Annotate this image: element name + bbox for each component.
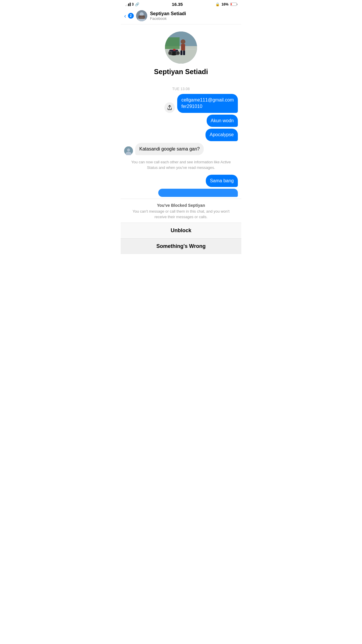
avatar-svg: [136, 10, 147, 21]
partial-message: [158, 189, 238, 197]
message-row: cellgame111@gmail.comfer291010: [124, 94, 238, 113]
svg-rect-7: [165, 37, 180, 49]
unblock-button[interactable]: Unblock: [121, 223, 241, 238]
chat-header: ‹ 2 Septiyan Setiadi Facebook: [121, 8, 241, 24]
partial-message-text: [162, 192, 164, 197]
carrier-number: 3: [132, 2, 134, 6]
svg-point-18: [127, 148, 130, 151]
svg-point-8: [181, 39, 185, 44]
battery-icon: [230, 3, 237, 6]
header-contact-info: Septiyan Setiadi Facebook: [150, 11, 238, 21]
battery-percent: 16%: [222, 2, 229, 6]
svg-point-14: [168, 51, 172, 55]
profile-avatar-svg: [165, 32, 197, 64]
svg-rect-16: [173, 49, 175, 50]
message-bubble: cellgame111@gmail.comfer291010: [177, 94, 238, 113]
message-bubble: Sama bang: [206, 175, 238, 187]
profile-section: Septiyan Setiadi: [121, 24, 241, 84]
status-bar: 3 🔗 16.35 🔒 16%: [121, 0, 241, 8]
svg-rect-3: [138, 15, 145, 19]
chevron-left-icon: ‹: [124, 13, 126, 19]
header-avatar[interactable]: [136, 10, 147, 21]
message-text: Sama bang: [210, 178, 234, 183]
message-row: Akun wodn: [124, 115, 238, 127]
message-row: Katasandi google sama gan?: [124, 143, 238, 155]
message-bubble: Akun wodn: [207, 115, 238, 127]
message-text: Katasandi google sama gan?: [139, 146, 200, 151]
message-text: Apocalypse: [210, 132, 234, 137]
message-bubble: Apocalypse: [205, 129, 238, 141]
contact-platform: Facebook: [150, 16, 238, 21]
blocked-title: You've Blocked Septiyan: [126, 203, 236, 208]
status-left: 3 🔗: [125, 2, 139, 6]
unread-badge: 2: [128, 13, 134, 19]
link-icon: 🔗: [135, 2, 139, 6]
status-right: 🔒 16%: [215, 2, 237, 6]
signal-bars: [125, 3, 131, 6]
profile-avatar-large[interactable]: [165, 32, 197, 64]
signal-bar-1: [125, 5, 126, 6]
share-icon: [167, 105, 172, 110]
chat-timestamp: TUE 13.08: [124, 87, 238, 91]
blocked-description: You can't message or call them in this c…: [126, 209, 236, 219]
battery-indicator: [230, 3, 237, 6]
message-text: cellgame111@gmail.comfer291010: [181, 97, 234, 109]
signal-bar-4: [130, 3, 131, 6]
info-text: You can now call each other and see info…: [130, 159, 232, 171]
blocked-section: You've Blocked Septiyan You can't messag…: [121, 199, 241, 222]
incoming-avatar: [124, 146, 133, 155]
back-button[interactable]: ‹ 2: [124, 13, 134, 19]
share-button[interactable]: [164, 102, 175, 113]
header-avatar-image: [136, 10, 147, 21]
message-row: Sama bang: [124, 175, 238, 187]
something-wrong-button[interactable]: Something's Wrong: [121, 238, 241, 254]
svg-point-15: [176, 51, 180, 55]
message-text: Akun wodn: [211, 118, 234, 123]
battery-fill: [231, 3, 232, 5]
svg-rect-9: [181, 44, 185, 50]
contact-name: Septiyan Setiadi: [150, 11, 238, 16]
profile-name: Septiyan Setiadi: [154, 68, 208, 76]
lock-icon: 🔒: [215, 2, 220, 6]
message-row: Apocalypse: [124, 129, 238, 141]
status-time: 16.35: [172, 2, 183, 7]
signal-bar-3: [128, 4, 129, 6]
incoming-avatar-svg: [124, 146, 133, 155]
svg-rect-10: [180, 50, 182, 55]
message-bubble: Katasandi google sama gan?: [135, 143, 204, 155]
signal-bar-2: [127, 4, 128, 6]
chat-area[interactable]: TUE 13.08 cellgame111@gmail.comfer291010…: [121, 84, 241, 199]
svg-rect-11: [183, 50, 185, 55]
